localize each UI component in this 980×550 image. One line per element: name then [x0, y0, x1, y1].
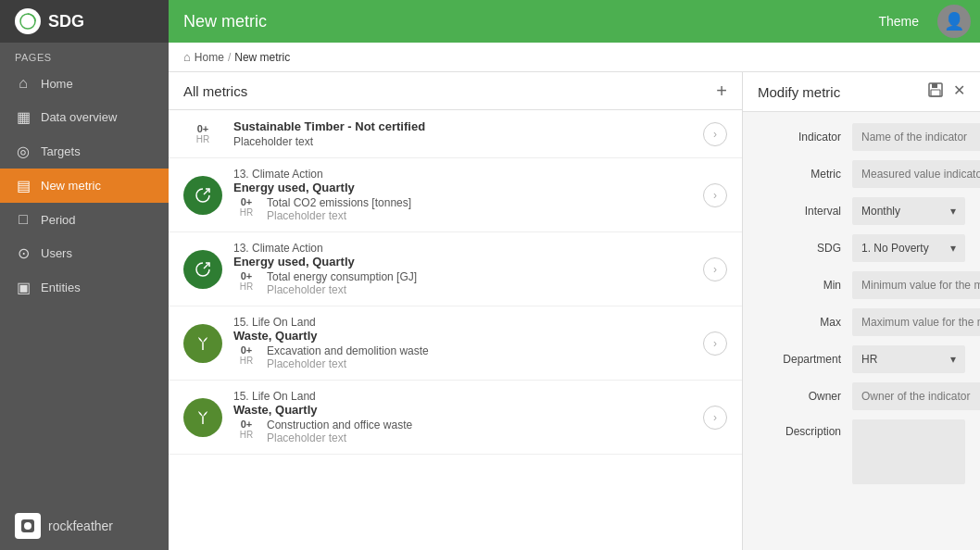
min-input[interactable]	[852, 271, 980, 299]
metric-count-num: 0+	[241, 344, 253, 356]
sdg-dropdown-icon: ▾	[950, 242, 956, 255]
sidebar-item-label: Targets	[41, 144, 81, 158]
metric-count-label: HR	[240, 430, 253, 440]
form-row-owner: Owner	[758, 382, 965, 410]
breadcrumb-current: New metric	[234, 51, 290, 64]
metric-name: Waste, Quartly	[233, 403, 692, 417]
logo-icon	[15, 8, 41, 34]
form-row-interval: Interval Monthly ▾	[758, 197, 965, 225]
form-row-indicator: Indicator	[758, 123, 965, 151]
metrics-panel: All metrics + 0+ HR Sustainable Timber -…	[169, 72, 743, 550]
sdg-select[interactable]: 1. No Poverty ▾	[852, 234, 965, 262]
sidebar-item-period[interactable]: □ Period	[0, 203, 169, 236]
sidebar-item-label: Data overview	[41, 110, 117, 124]
metric-count-num: 0+	[241, 196, 253, 207]
svg-point-2	[24, 522, 31, 530]
metric-main-text: Total energy consumption [GJ]	[267, 270, 417, 283]
metrics-title: All metrics	[183, 83, 247, 99]
sidebar-item-targets[interactable]: ◎ Targets	[0, 134, 169, 169]
metric-count-num: 0+	[197, 123, 209, 134]
save-button[interactable]	[927, 81, 944, 102]
sidebar-item-users[interactable]: ⊙ Users	[0, 236, 169, 270]
metric-text-col: Total CO2 emissions [tonnes] Placeholder…	[267, 196, 411, 222]
metrics-list: 0+ HR Sustainable Timber - Not certified…	[169, 110, 742, 550]
user-avatar[interactable]: 👤	[937, 5, 971, 38]
department-value: HR	[861, 353, 877, 366]
sidebar-item-new-metric[interactable]: ▤ New metric	[0, 169, 169, 203]
top-header: SDG New metric Theme 👤	[0, 0, 980, 43]
logo-text: SDG	[48, 12, 84, 31]
users-icon: ⊙	[15, 244, 31, 262]
new-metric-icon: ▤	[15, 177, 31, 194]
main-layout: Pages ⌂ Home ▦ Data overview ◎ Targets ▤…	[0, 43, 980, 550]
list-item[interactable]: 15. Life On Land Waste, Quartly 0+ HR Co…	[169, 381, 742, 455]
breadcrumb-home[interactable]: Home	[195, 51, 224, 64]
chevron-circle[interactable]: ›	[703, 122, 727, 146]
department-select[interactable]: HR ▾	[852, 345, 965, 373]
indicator-input[interactable]	[852, 123, 980, 151]
list-item[interactable]: 15. Life On Land Waste, Quartly 0+ HR Ex…	[169, 306, 742, 381]
min-label: Min	[758, 279, 841, 292]
modify-header: Modify metric ✕	[743, 72, 980, 112]
chevron-circle[interactable]: ›	[703, 257, 727, 281]
metric-count-label: HR	[240, 356, 253, 366]
owner-label: Owner	[758, 390, 841, 403]
sdg-label: SDG	[758, 242, 841, 255]
chevron-circle[interactable]: ›	[703, 331, 727, 356]
department-dropdown-icon: ▾	[950, 353, 956, 366]
metric-name: Energy used, Quartly	[233, 255, 692, 269]
svg-rect-5	[931, 90, 940, 96]
metric-text-col: Total energy consumption [GJ] Placeholde…	[267, 270, 417, 296]
metric-placeholder: Placeholder text	[267, 283, 417, 296]
sidebar-item-label: Users	[41, 246, 72, 260]
metric-placeholder: Placeholder text	[233, 135, 692, 148]
list-item[interactable]: 13. Climate Action Energy used, Quartly …	[169, 232, 742, 306]
department-label: Department	[758, 353, 841, 366]
targets-icon: ◎	[15, 143, 31, 160]
form-row-department: Department HR ▾	[758, 345, 965, 373]
form-row-description: Description	[758, 419, 965, 484]
description-label: Description	[758, 425, 841, 438]
sidebar-item-entities[interactable]: ▣ Entities	[0, 270, 169, 305]
metric-info: 13. Climate Action Energy used, Quartly …	[233, 168, 692, 222]
chevron-circle[interactable]: ›	[703, 406, 727, 430]
sidebar: Pages ⌂ Home ▦ Data overview ◎ Targets ▤…	[0, 43, 169, 550]
sidebar-item-label: Period	[41, 213, 76, 227]
metric-text-col: Construction and office waste Placeholde…	[267, 419, 412, 444]
brand-name: rockfeather	[48, 519, 113, 533]
home-icon: ⌂	[15, 75, 31, 92]
metric-count-label: HR	[240, 281, 253, 292]
close-button[interactable]: ✕	[953, 81, 965, 102]
list-item[interactable]: 0+ HR Sustainable Timber - Not certified…	[169, 110, 742, 158]
max-input[interactable]	[852, 308, 980, 336]
description-textarea[interactable]	[852, 419, 965, 484]
sidebar-item-data-overview[interactable]: ▦ Data overview	[0, 100, 169, 134]
metric-name: Energy used, Quartly	[233, 181, 692, 194]
indicator-label: Indicator	[758, 131, 841, 144]
form-row-min: Min	[758, 271, 965, 299]
sidebar-item-home[interactable]: ⌂ Home	[0, 67, 169, 100]
chevron-circle[interactable]: ›	[703, 183, 727, 207]
metric-name: Sustainable Timber - Not certified	[233, 119, 692, 133]
metric-icon-land1	[183, 324, 222, 363]
metric-placeholder: Placeholder text	[267, 431, 412, 444]
metric-icon-climate1	[183, 176, 222, 215]
list-item[interactable]: 13. Climate Action Energy used, Quartly …	[169, 158, 742, 232]
data-overview-icon: ▦	[15, 108, 31, 126]
theme-link[interactable]: Theme	[860, 14, 937, 29]
metric-text-col: Sustainable Timber - Not certified Place…	[233, 119, 692, 148]
metric-placeholder: Placeholder text	[267, 209, 411, 222]
metric-main-text: Total CO2 emissions [tonnes]	[267, 196, 411, 209]
sidebar-section-label: Pages	[0, 43, 169, 67]
svg-rect-4	[932, 83, 937, 88]
owner-input[interactable]	[852, 382, 980, 410]
interval-select[interactable]: Monthly ▾	[852, 197, 965, 225]
metric-label: Metric	[758, 168, 841, 181]
sidebar-bottom: rockfeather	[0, 502, 169, 550]
form-row-sdg: SDG 1. No Poverty ▾	[758, 234, 965, 262]
add-metric-button[interactable]: +	[716, 81, 727, 100]
metric-count-num: 0+	[241, 270, 253, 281]
logo-area: SDG	[0, 0, 169, 43]
metric-count-num: 0+	[241, 419, 253, 430]
metric-input[interactable]	[852, 160, 980, 188]
